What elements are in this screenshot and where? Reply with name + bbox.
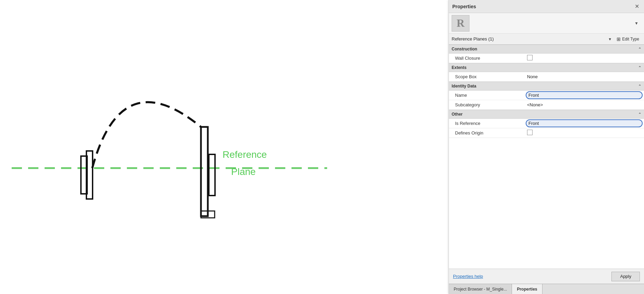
prop-subcategory-label: Subcategory [449, 102, 524, 107]
section-identity-data-label: Identity Data [452, 84, 476, 89]
prop-scope-box-label: Scope Box [449, 74, 524, 79]
section-construction: Construction ⌃ [449, 45, 644, 54]
reference-label-line2: Plane [231, 166, 256, 177]
drawing-svg: Reference Plane [0, 0, 449, 294]
section-other-collapse[interactable]: ⌃ [638, 112, 641, 117]
close-button[interactable]: ✕ [633, 3, 641, 10]
tab-properties[interactable]: Properties [512, 284, 542, 294]
properties-panel: Properties ✕ R ▼ Reference Planes (1) ▼ … [449, 0, 644, 294]
instance-dropdown-arrow[interactable]: ▼ [608, 37, 612, 41]
edit-type-label: Edit Type [622, 37, 639, 42]
prop-name-value[interactable]: Front [526, 91, 643, 99]
section-construction-label: Construction [452, 47, 477, 51]
prop-name-label: Name [449, 93, 524, 98]
section-identity-data: Identity Data ⌃ [449, 82, 644, 91]
defines-origin-checkbox[interactable] [527, 130, 533, 135]
type-selector-dropdown: ▼ [472, 20, 641, 27]
section-other: Other ⌃ [449, 110, 644, 119]
prop-defines-origin: Defines Origin [449, 128, 644, 138]
prop-subcategory: Subcategory <None> [449, 100, 644, 110]
prop-scope-box-value: None [524, 74, 644, 79]
section-extents-label: Extents [452, 65, 466, 70]
section-other-label: Other [452, 112, 463, 117]
edit-type-button[interactable]: ⊞ Edit Type [615, 36, 641, 43]
prop-defines-origin-label: Defines Origin [449, 130, 524, 136]
svg-rect-3 [201, 127, 208, 216]
section-extents-collapse[interactable]: ⌃ [638, 66, 641, 70]
tab-properties-label: Properties [517, 287, 537, 292]
properties-help-link[interactable]: Properties help [453, 274, 483, 279]
section-identity-data-collapse[interactable]: ⌃ [638, 84, 641, 89]
tab-project-browser[interactable]: Project Browser - M_Single... [449, 284, 512, 294]
prop-wall-closure: Wall Closure [449, 54, 644, 63]
instance-dropdown-label[interactable]: Reference Planes (1) [452, 36, 607, 42]
prop-wall-closure-label: Wall Closure [449, 56, 524, 61]
apply-button[interactable]: Apply [611, 272, 640, 281]
type-dropdown-arrow[interactable]: ▼ [632, 20, 641, 27]
wall-closure-checkbox[interactable] [527, 55, 533, 60]
type-selector: R ▼ [449, 13, 644, 34]
panel-bottom: Properties help Apply [449, 269, 644, 284]
type-icon: R [452, 15, 469, 32]
properties-table: Construction ⌃ Wall Closure Extents ⌃ Sc… [449, 45, 644, 269]
reference-label-line1: Reference [223, 149, 267, 160]
tab-project-browser-label: Project Browser - M_Single... [454, 287, 507, 292]
prop-name: Name Front [449, 91, 644, 100]
prop-subcategory-value: <None> [524, 102, 644, 107]
section-extents: Extents ⌃ [449, 63, 644, 72]
canvas-area: Reference Plane [0, 0, 449, 294]
panel-title: Properties [452, 4, 476, 9]
tab-bar: Project Browser - M_Single... Properties [449, 284, 644, 294]
panel-titlebar: Properties ✕ [449, 0, 644, 13]
prop-is-reference-label: Is Reference [449, 121, 524, 126]
prop-defines-origin-value [524, 130, 644, 136]
svg-rect-4 [209, 154, 215, 196]
prop-wall-closure-value [524, 55, 644, 61]
prop-is-reference: Is Reference Front [449, 119, 644, 128]
section-construction-collapse[interactable]: ⌃ [638, 47, 641, 51]
instance-row: Reference Planes (1) ▼ ⊞ Edit Type [449, 34, 644, 45]
edit-type-icon: ⊞ [617, 36, 621, 42]
prop-scope-box: Scope Box None [449, 72, 644, 82]
prop-is-reference-value[interactable]: Front [526, 119, 643, 127]
